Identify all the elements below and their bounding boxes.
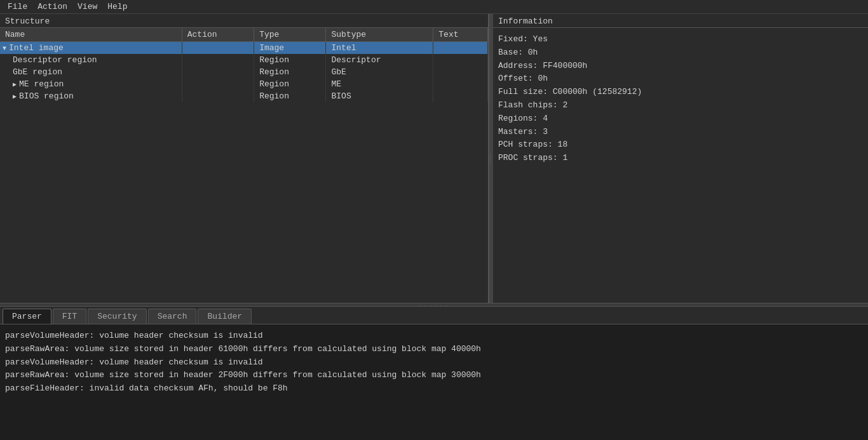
tab-search[interactable]: Search (148, 309, 197, 324)
menu-help[interactable]: Help (102, 1, 132, 13)
cell-text (433, 66, 488, 78)
cell-name: GbE region (0, 66, 182, 78)
info-line: Address: FF400000h (498, 60, 863, 73)
tabs-bar: ParserFITSecuritySearchBuilder (0, 307, 868, 324)
log-content: parseVolumeHeader: volume header checksu… (0, 324, 868, 440)
menu-bar: File Action View Help (0, 0, 868, 14)
information-content: Fixed: YesBase: 0hAddress: FF400000hOffs… (493, 28, 868, 303)
info-line: PROC straps: 1 (498, 152, 863, 165)
info-line: Offset: 0h (498, 72, 863, 86)
row-name-text: BIOS region (19, 91, 74, 101)
tab-fit[interactable]: FIT (53, 309, 86, 324)
info-line: Full size: C00000h (12582912) (498, 86, 863, 99)
cell-name: Descriptor region (0, 54, 182, 66)
table-row[interactable]: GbE regionRegionGbE (0, 66, 488, 78)
cell-action (182, 90, 254, 102)
log-line: parseVolumeHeader: volume header checksu… (5, 330, 863, 343)
info-line: Base: 0h (498, 46, 863, 60)
tree-arrow-icon: ▶ (13, 81, 17, 88)
log-line: parseRawArea: volume size stored in head… (5, 343, 863, 356)
info-line: Regions: 4 (498, 112, 863, 126)
info-line: PCH straps: 18 (498, 138, 863, 152)
cell-subtype: ME (326, 78, 433, 90)
cell-name: ▶BIOS region (0, 90, 182, 102)
tree-arrow-icon: ▼ (3, 45, 6, 52)
menu-file[interactable]: File (3, 1, 32, 13)
cell-action (182, 66, 254, 78)
cell-text (433, 90, 488, 102)
main-area: Structure Name Action Type Subtype Text … (0, 14, 868, 440)
structure-tbody: ▼Intel imageImageIntelDescriptor regionR… (0, 42, 488, 103)
cell-subtype: Descriptor (326, 54, 433, 66)
row-name-text: Intel image (9, 43, 64, 53)
cell-type: Region (254, 78, 326, 90)
cell-text (433, 78, 488, 90)
cell-type: Region (254, 54, 326, 66)
structure-panel: Structure Name Action Type Subtype Text … (0, 14, 489, 303)
cell-type: Region (254, 66, 326, 78)
table-row[interactable]: ▶ME regionRegionME (0, 78, 488, 90)
information-header: Information (493, 14, 868, 28)
row-name-text: ME region (19, 79, 64, 89)
cell-text (433, 42, 488, 55)
table-row[interactable]: ▼Intel imageImageIntel (0, 42, 488, 55)
top-section: Structure Name Action Type Subtype Text … (0, 14, 868, 303)
cell-subtype: BIOS (326, 90, 433, 102)
col-type: Type (254, 28, 326, 42)
col-name: Name (0, 28, 182, 42)
cell-action (182, 54, 254, 66)
tab-security[interactable]: Security (88, 309, 146, 324)
table-row[interactable]: ▶BIOS regionRegionBIOS (0, 90, 488, 102)
structure-header: Structure (0, 14, 488, 28)
information-panel: Information Fixed: YesBase: 0hAddress: F… (493, 14, 868, 303)
cell-subtype: Intel (326, 42, 433, 55)
log-line: parseFileHeader: invalid data checksum A… (5, 382, 863, 396)
row-name-text: GbE region (13, 67, 62, 77)
log-line: parseRawArea: volume size stored in head… (5, 369, 863, 382)
cell-type: Region (254, 90, 326, 102)
log-line: parseVolumeHeader: volume header checksu… (5, 356, 863, 370)
menu-view[interactable]: View (72, 1, 102, 13)
tab-parser[interactable]: Parser (3, 309, 51, 324)
col-subtype: Subtype (326, 28, 433, 42)
cell-text (433, 54, 488, 66)
table-header-row: Name Action Type Subtype Text (0, 28, 488, 42)
cell-name: ▼Intel image (0, 42, 182, 55)
info-line: Flash chips: 2 (498, 99, 863, 112)
tree-arrow-icon: ▶ (13, 93, 17, 100)
cell-type: Image (254, 42, 326, 55)
structure-table-container[interactable]: Name Action Type Subtype Text ▼Intel ima… (0, 28, 488, 303)
tab-builder[interactable]: Builder (198, 309, 252, 324)
table-row[interactable]: Descriptor regionRegionDescriptor (0, 54, 488, 66)
col-action: Action (182, 28, 254, 42)
row-name-text: Descriptor region (13, 55, 97, 65)
structure-table: Name Action Type Subtype Text ▼Intel ima… (0, 28, 488, 102)
bottom-panel: ParserFITSecuritySearchBuilder parseVolu… (0, 307, 868, 440)
info-line: Fixed: Yes (498, 33, 863, 46)
cell-subtype: GbE (326, 66, 433, 78)
cell-name: ▶ME region (0, 78, 182, 90)
menu-action[interactable]: Action (32, 1, 72, 13)
info-line: Masters: 3 (498, 126, 863, 139)
col-text: Text (433, 28, 488, 42)
cell-action (182, 78, 254, 90)
cell-action (182, 42, 254, 55)
